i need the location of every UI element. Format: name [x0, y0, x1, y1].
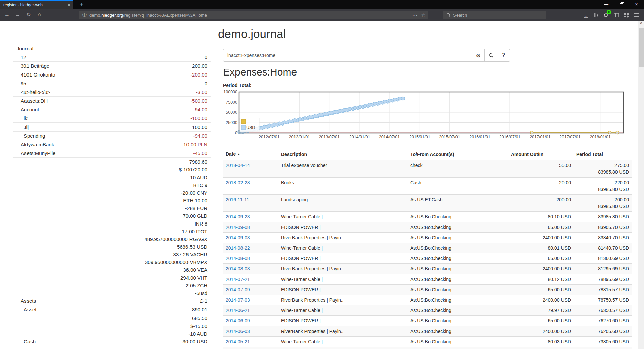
transaction-date-link[interactable]: 2014-08-22 — [226, 245, 250, 251]
balance-amount: -117.00 — [191, 346, 207, 349]
sidebar-toggle-icon[interactable] — [611, 9, 621, 21]
column-header-date[interactable]: Date ▲ — [223, 149, 278, 160]
sidebar-account-row[interactable]: Assets7989.60$-100720.00-10 AUDBTC 9-20.… — [13, 157, 211, 305]
account-name[interactable]: 4101 Girokonto — [17, 71, 55, 79]
transaction-date-link[interactable]: 2014-07-03 — [226, 297, 250, 303]
account-balance: -94.00 — [193, 106, 207, 113]
bookmark-star-icon[interactable]: ☆ — [421, 12, 425, 18]
browser-search-field[interactable]: Search — [443, 11, 546, 19]
home-icon[interactable]: ⌂ — [34, 9, 44, 21]
downloads-icon[interactable]: ↓ — [581, 9, 591, 21]
account-name[interactable]: Aaasets:DH — [17, 97, 48, 105]
sidebar-account-row[interactable]: <u>hello</u>-3.00 — [13, 88, 211, 96]
tab-close-icon[interactable]: × — [65, 2, 73, 8]
transaction-date-link[interactable]: 2014-06-03 — [226, 329, 250, 334]
account-balance: -3.00 — [196, 88, 207, 96]
account-name[interactable]: 12 — [17, 53, 26, 61]
menu-hamburger-icon[interactable] — [631, 9, 641, 21]
sidebar-account-row[interactable]: 4101 Girokonto-200.00 — [13, 70, 211, 79]
account-name[interactable]: 301 Beiträge — [17, 62, 49, 70]
table-row: 2014-06-03RiverBank Properties | Payin..… — [223, 326, 632, 337]
period-total-value: 73725.57 USD — [574, 347, 632, 349]
balance-amount: ETH 10.00 — [144, 197, 207, 204]
url-bar[interactable]: ⓘ demo.hledger.org/register?q=inacct%3AE… — [79, 11, 428, 19]
sidebar-account-row[interactable]: Account-94.00 — [13, 105, 211, 114]
account-name[interactable]: 95 — [17, 80, 26, 87]
balance-amount: 17.00 ITOT — [144, 228, 207, 235]
sidebar-account-row[interactable]: Asets:MunyPile-45.00 — [13, 149, 211, 157]
account-name[interactable]: Asset — [17, 306, 37, 313]
transaction-date-link[interactable]: 2018-02-28 — [226, 180, 250, 185]
y-axis-tick-label: 100000 — [223, 90, 237, 94]
apps-grid-icon[interactable] — [621, 9, 631, 21]
sidebar-account-row[interactable]: 301 Beiträge200.00 — [13, 61, 211, 70]
sidebar-account-row[interactable]: Jij100.00 — [13, 122, 211, 131]
table-row: 2016-11-11LandscapingAs:US:ET:Cash200.00… — [223, 195, 632, 212]
sidebar-account-row[interactable]: 120 — [13, 53, 211, 61]
amount-out-in: 200.00 — [508, 195, 574, 212]
account-name[interactable]: <u>hello</u> — [17, 88, 50, 96]
transaction-date-link[interactable]: 2014-09-08 — [226, 225, 250, 230]
sidebar-account-row[interactable]: lk-100.00 — [13, 114, 211, 122]
window-restore-button[interactable] — [614, 0, 629, 9]
sidebar-account-row[interactable]: -117.00 — [13, 346, 211, 349]
account-name[interactable]: Spending — [17, 132, 45, 140]
column-header-accounts[interactable]: To/From Account(s) — [408, 149, 508, 160]
balance-amount: -10 AUD — [144, 173, 207, 181]
account-name[interactable]: Assets — [17, 297, 36, 305]
adblock-extension-icon[interactable]: 0 — [601, 9, 611, 21]
transaction-date-link[interactable]: 2014-08-03 — [226, 266, 250, 271]
sidebar-account-row[interactable]: Spending-94.00 — [13, 131, 211, 140]
account-name[interactable]: Cash — [17, 338, 36, 345]
back-icon[interactable]: ← — [2, 9, 12, 21]
clear-query-button[interactable]: ⊗ — [472, 49, 485, 62]
window-minimize-button[interactable]: — — [599, 0, 614, 9]
site-info-icon[interactable]: ⓘ — [82, 12, 87, 18]
query-input[interactable] — [223, 49, 472, 62]
scrollbar-thumb[interactable] — [639, 28, 644, 67]
account-name[interactable]: Jij — [17, 123, 29, 131]
transaction-date-link[interactable]: 2014-07-21 — [226, 277, 250, 282]
help-button[interactable]: ? — [497, 49, 510, 62]
sidebar-account-row[interactable]: Cash685.50$-15.00-10 AUD-30.00 USD — [13, 314, 211, 346]
scrollbar-up-arrow[interactable]: ᐱ — [638, 21, 644, 27]
x-axis-tick-label: 2015/07/01 — [439, 135, 460, 139]
amount-out-in: 55.00 — [508, 160, 574, 178]
sidebar-journal-link[interactable]: Journal — [13, 44, 211, 53]
account-name[interactable]: Account — [17, 106, 39, 113]
forward-icon[interactable]: → — [13, 9, 23, 21]
account-name[interactable]: Aktywa:mBank — [17, 141, 54, 148]
new-tab-button[interactable]: + — [76, 0, 87, 9]
account-name[interactable]: lk — [17, 114, 28, 122]
transaction-date-link[interactable]: 2018-04-14 — [226, 163, 250, 168]
library-icon[interactable] — [591, 9, 601, 21]
sidebar-account-row[interactable]: Asset890.01 — [13, 305, 211, 314]
account-name[interactable]: Asets:MunyPile — [17, 149, 55, 157]
transaction-date-link[interactable]: 2016-11-11 — [226, 197, 249, 202]
column-header-description[interactable]: Description — [278, 149, 408, 160]
table-row: 2018-04-14Trial expense vouchercheck55.0… — [223, 160, 632, 178]
account-heading: Expenses:Home — [223, 66, 632, 78]
transaction-date-link[interactable]: 2014-06-21 — [226, 308, 250, 313]
x-axis-tick-label: 2012/07/01 — [259, 135, 280, 139]
transaction-date-link[interactable]: 2014-06-09 — [226, 318, 250, 323]
search-button[interactable] — [485, 49, 497, 62]
transaction-date-link[interactable]: 2014-09-03 — [226, 235, 250, 240]
transaction-date-link[interactable]: 2014-09-23 — [226, 214, 250, 219]
column-header-period-total[interactable]: Period Total — [574, 149, 632, 160]
account-balance: 685.50$-15.00-10 AUD-30.00 USD — [181, 314, 207, 345]
window-close-button[interactable]: × — [629, 0, 644, 9]
page-actions-icon[interactable]: ··· — [412, 13, 418, 18]
transaction-date-link[interactable]: 2014-05-21 — [226, 339, 250, 344]
sidebar-account-row[interactable]: 950 — [13, 79, 211, 88]
sidebar-account-row[interactable]: Aaasets:DH-500.00 — [13, 96, 211, 105]
column-header-amount[interactable]: Amount Out/In — [508, 149, 574, 160]
sidebar-account-row[interactable]: Aktywa:mBank-10.00 PLN — [13, 140, 211, 149]
browser-tab[interactable]: register - hledger-web × — [0, 0, 73, 9]
transaction-date-link[interactable]: 2014-07-09 — [226, 287, 250, 292]
transaction-date-link[interactable]: 2014-08-08 — [226, 256, 250, 261]
account-balance: 890.01 — [192, 306, 207, 313]
page-scrollbar[interactable]: ᐱ — [638, 21, 644, 349]
reload-icon[interactable]: ↻ — [23, 9, 34, 21]
transaction-accounts: As:US:Bo:Checking — [408, 347, 508, 349]
